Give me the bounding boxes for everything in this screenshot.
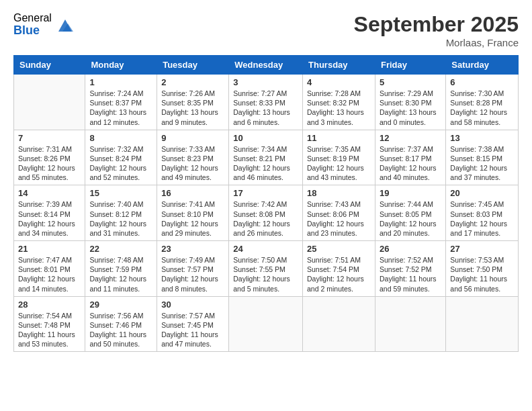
calendar-cell: 16Sunrise: 7:41 AM Sunset: 8:10 PM Dayli…: [157, 185, 229, 241]
calendar-cell: 21Sunrise: 7:47 AM Sunset: 8:01 PM Dayli…: [14, 241, 85, 297]
day-info: Sunrise: 7:52 AM Sunset: 7:52 PM Dayligh…: [380, 255, 441, 293]
calendar-week-4: 21Sunrise: 7:47 AM Sunset: 8:01 PM Dayli…: [14, 241, 519, 297]
day-info: Sunrise: 7:44 AM Sunset: 8:05 PM Dayligh…: [380, 199, 441, 238]
day-info: Sunrise: 7:51 AM Sunset: 7:54 PM Dayligh…: [307, 255, 371, 293]
day-info: Sunrise: 7:29 AM Sunset: 8:30 PM Dayligh…: [380, 89, 441, 127]
day-info: Sunrise: 7:30 AM Sunset: 8:28 PM Dayligh…: [450, 89, 514, 127]
day-info: Sunrise: 7:47 AM Sunset: 8:01 PM Dayligh…: [18, 255, 81, 293]
day-number: 18: [307, 188, 371, 198]
logo-general: General: [13, 12, 52, 24]
calendar-cell: 26Sunrise: 7:52 AM Sunset: 7:52 PM Dayli…: [375, 241, 445, 297]
day-number: 7: [18, 133, 81, 143]
day-info: Sunrise: 7:35 AM Sunset: 8:19 PM Dayligh…: [307, 144, 371, 183]
calendar-cell: 15Sunrise: 7:40 AM Sunset: 8:12 PM Dayli…: [85, 185, 157, 241]
calendar-cell: 3Sunrise: 7:27 AM Sunset: 8:33 PM Daylig…: [229, 75, 303, 130]
day-number: 17: [233, 188, 298, 198]
day-info: Sunrise: 7:40 AM Sunset: 8:12 PM Dayligh…: [89, 199, 152, 238]
title-block: September 2025 Morlaas, France: [354, 12, 519, 48]
day-info: Sunrise: 7:28 AM Sunset: 8:32 PM Dayligh…: [307, 89, 371, 127]
col-monday: Monday: [85, 56, 157, 75]
day-number: 28: [18, 300, 81, 310]
day-info: Sunrise: 7:37 AM Sunset: 8:17 PM Dayligh…: [380, 144, 441, 183]
calendar-cell: 28Sunrise: 7:54 AM Sunset: 7:48 PM Dayli…: [14, 296, 85, 352]
day-number: 6: [450, 77, 514, 87]
calendar-week-5: 28Sunrise: 7:54 AM Sunset: 7:48 PM Dayli…: [14, 296, 519, 352]
calendar-cell: 19Sunrise: 7:44 AM Sunset: 8:05 PM Dayli…: [375, 185, 445, 241]
day-number: 19: [380, 188, 441, 198]
calendar-cell: 17Sunrise: 7:42 AM Sunset: 8:08 PM Dayli…: [229, 185, 303, 241]
calendar-header-row: Sunday Monday Tuesday Wednesday Thursday…: [14, 56, 519, 75]
day-info: Sunrise: 7:56 AM Sunset: 7:46 PM Dayligh…: [89, 311, 152, 349]
day-info: Sunrise: 7:43 AM Sunset: 8:06 PM Dayligh…: [307, 199, 371, 238]
day-number: 23: [161, 244, 224, 254]
day-number: 3: [233, 77, 298, 87]
col-tuesday: Tuesday: [157, 56, 229, 75]
day-info: Sunrise: 7:33 AM Sunset: 8:23 PM Dayligh…: [161, 144, 224, 183]
day-info: Sunrise: 7:53 AM Sunset: 7:50 PM Dayligh…: [450, 255, 514, 293]
day-number: 21: [18, 244, 81, 254]
day-info: Sunrise: 7:49 AM Sunset: 7:57 PM Dayligh…: [161, 255, 224, 293]
calendar-cell: 23Sunrise: 7:49 AM Sunset: 7:57 PM Dayli…: [157, 241, 229, 297]
day-number: 12: [380, 133, 441, 143]
day-number: 9: [161, 133, 224, 143]
col-friday: Friday: [375, 56, 445, 75]
calendar-week-3: 14Sunrise: 7:39 AM Sunset: 8:14 PM Dayli…: [14, 185, 519, 241]
day-number: 29: [89, 300, 152, 310]
calendar-cell: 18Sunrise: 7:43 AM Sunset: 8:06 PM Dayli…: [303, 185, 375, 241]
logo: General Blue: [13, 12, 75, 37]
day-info: Sunrise: 7:41 AM Sunset: 8:10 PM Dayligh…: [161, 199, 224, 238]
day-number: 27: [450, 244, 514, 254]
calendar-cell: [303, 296, 375, 352]
day-number: 16: [161, 188, 224, 198]
page: General Blue September 2025 Morlaas, Fra…: [0, 0, 532, 411]
day-info: Sunrise: 7:54 AM Sunset: 7:48 PM Dayligh…: [18, 311, 81, 349]
day-number: 24: [233, 244, 298, 254]
day-number: 5: [380, 77, 441, 87]
day-number: 22: [89, 244, 152, 254]
calendar-cell: 12Sunrise: 7:37 AM Sunset: 8:17 PM Dayli…: [375, 130, 445, 185]
calendar-cell: 11Sunrise: 7:35 AM Sunset: 8:19 PM Dayli…: [303, 130, 375, 185]
calendar-cell: 2Sunrise: 7:26 AM Sunset: 8:35 PM Daylig…: [157, 75, 229, 130]
calendar-cell: [446, 296, 519, 352]
day-info: Sunrise: 7:48 AM Sunset: 7:59 PM Dayligh…: [89, 255, 152, 293]
header: General Blue September 2025 Morlaas, Fra…: [13, 12, 519, 48]
calendar-cell: 5Sunrise: 7:29 AM Sunset: 8:30 PM Daylig…: [375, 75, 445, 130]
logo-blue: Blue: [13, 24, 52, 38]
day-number: 20: [450, 188, 514, 198]
calendar-cell: 9Sunrise: 7:33 AM Sunset: 8:23 PM Daylig…: [157, 130, 229, 185]
col-thursday: Thursday: [303, 56, 375, 75]
day-number: 26: [380, 244, 441, 254]
calendar-cell: 6Sunrise: 7:30 AM Sunset: 8:28 PM Daylig…: [446, 75, 519, 130]
day-number: 4: [307, 77, 371, 87]
day-number: 1: [89, 77, 152, 87]
col-wednesday: Wednesday: [229, 56, 303, 75]
day-info: Sunrise: 7:34 AM Sunset: 8:21 PM Dayligh…: [233, 144, 298, 183]
calendar-cell: 4Sunrise: 7:28 AM Sunset: 8:32 PM Daylig…: [303, 75, 375, 130]
col-sunday: Sunday: [14, 56, 85, 75]
calendar-cell: 27Sunrise: 7:53 AM Sunset: 7:50 PM Dayli…: [446, 241, 519, 297]
day-info: Sunrise: 7:26 AM Sunset: 8:35 PM Dayligh…: [161, 89, 224, 127]
col-saturday: Saturday: [446, 56, 519, 75]
calendar-cell: 1Sunrise: 7:24 AM Sunset: 8:37 PM Daylig…: [85, 75, 157, 130]
day-info: Sunrise: 7:50 AM Sunset: 7:55 PM Dayligh…: [233, 255, 298, 293]
day-number: 2: [161, 77, 224, 87]
day-info: Sunrise: 7:42 AM Sunset: 8:08 PM Dayligh…: [233, 199, 298, 238]
calendar-cell: 14Sunrise: 7:39 AM Sunset: 8:14 PM Dayli…: [14, 185, 85, 241]
day-info: Sunrise: 7:31 AM Sunset: 8:26 PM Dayligh…: [18, 144, 81, 183]
day-number: 11: [307, 133, 371, 143]
day-number: 10: [233, 133, 298, 143]
day-number: 15: [89, 188, 152, 198]
calendar-table: Sunday Monday Tuesday Wednesday Thursday…: [13, 55, 519, 352]
day-number: 30: [161, 300, 224, 310]
calendar-cell: 10Sunrise: 7:34 AM Sunset: 8:21 PM Dayli…: [229, 130, 303, 185]
calendar-cell: 13Sunrise: 7:38 AM Sunset: 8:15 PM Dayli…: [446, 130, 519, 185]
calendar-week-2: 7Sunrise: 7:31 AM Sunset: 8:26 PM Daylig…: [14, 130, 519, 185]
calendar-week-1: 1Sunrise: 7:24 AM Sunset: 8:37 PM Daylig…: [14, 75, 519, 130]
day-info: Sunrise: 7:32 AM Sunset: 8:24 PM Dayligh…: [89, 144, 152, 183]
calendar-cell: [229, 296, 303, 352]
calendar-cell: 8Sunrise: 7:32 AM Sunset: 8:24 PM Daylig…: [85, 130, 157, 185]
day-info: Sunrise: 7:45 AM Sunset: 8:03 PM Dayligh…: [450, 199, 514, 238]
day-info: Sunrise: 7:24 AM Sunset: 8:37 PM Dayligh…: [89, 89, 152, 127]
calendar-cell: [14, 75, 85, 130]
calendar-cell: 29Sunrise: 7:56 AM Sunset: 7:46 PM Dayli…: [85, 296, 157, 352]
